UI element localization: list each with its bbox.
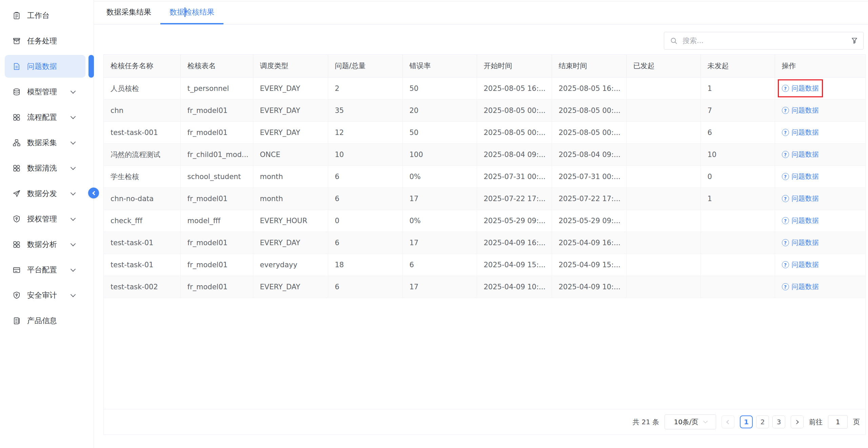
cell-action: ?问题数据 (775, 121, 865, 143)
cell-not_initiated: 10 (701, 143, 775, 165)
cell-end: 2025-08-05 00:... (552, 99, 626, 121)
column-header-1: 检核表名 (180, 55, 253, 77)
issue-data-link[interactable]: 问题数据 (792, 216, 819, 225)
issue-data-link[interactable]: 问题数据 (792, 150, 819, 159)
cell-name: 学生检核 (104, 165, 180, 188)
action-wrap: ?问题数据 (782, 172, 819, 181)
page-button-2[interactable]: 2 (756, 415, 769, 428)
issue-data-link[interactable]: 问题数据 (792, 128, 819, 137)
chevron-down-icon (71, 190, 76, 195)
grid-icon (12, 240, 21, 249)
cell-issues: 10 (328, 143, 402, 165)
cell-table: fr_model01 (180, 232, 253, 254)
sidebar-item-doclines[interactable]: 产品信息 (0, 308, 94, 333)
sidebar-item-database[interactable]: 模型管理 (0, 79, 94, 104)
issue-data-link[interactable]: 问题数据 (792, 106, 819, 115)
cell-not_initiated (701, 276, 775, 298)
cell-error_rate: 17 (402, 276, 477, 298)
chevron-down-icon (703, 419, 708, 423)
cell-action: ?问题数据 (775, 77, 865, 99)
search-input[interactable] (682, 36, 846, 45)
goto-page-input[interactable] (828, 415, 848, 429)
question-circle-icon: ? (782, 85, 789, 92)
sidebar-item-grid[interactable]: 流程配置 (0, 104, 94, 130)
cell-not_initiated: 1 (701, 77, 775, 99)
page-button-1[interactable]: 1 (740, 415, 753, 428)
tab-data-check-results[interactable]: 数据检核结果 (160, 0, 223, 24)
cell-initiated (626, 143, 701, 165)
next-page-button[interactable] (791, 415, 804, 428)
pagination: 共 21 条 10条/页 123 前往 页 (104, 409, 865, 434)
cell-issues: 12 (328, 121, 402, 143)
cell-issues: 0 (328, 210, 402, 232)
issue-data-link[interactable]: 问题数据 (792, 84, 819, 93)
cell-not_initiated: 6 (701, 121, 775, 143)
question-circle-icon: ? (782, 195, 789, 202)
issue-data-link[interactable]: 问题数据 (792, 260, 819, 269)
total-count: 共 21 条 (633, 417, 659, 427)
cell-issues: 6 (328, 165, 402, 188)
cell-action: ?问题数据 (775, 188, 865, 210)
chevron-down-icon (71, 241, 76, 246)
page-unit-label: 页 (853, 417, 860, 427)
cell-schedule: EVERY_DAY (253, 121, 328, 143)
sidebar-item-card[interactable]: 平台配置 (0, 257, 94, 283)
page-size-select[interactable]: 10条/页 (665, 414, 716, 429)
sidebar-item-inbox[interactable]: 任务处理 (0, 28, 94, 54)
sidebar-item-document[interactable]: 问题数据 (0, 54, 94, 79)
prev-page-button[interactable] (722, 415, 734, 428)
sidebar-item-grid[interactable]: 数据清洗 (0, 155, 94, 181)
sidebar-item-label: 数据采集 (27, 138, 57, 148)
cell-end: 2025-07-22 17:... (552, 188, 626, 210)
cell-table: fr_model01 (180, 276, 253, 298)
cell-error_rate: 100 (402, 143, 477, 165)
question-circle-icon: ? (782, 107, 789, 114)
column-header-4: 错误率 (402, 55, 477, 77)
chevron-down-icon (71, 114, 76, 119)
column-header-7: 已发起 (626, 55, 701, 77)
cell-name: check_fff (104, 210, 180, 232)
issue-data-link[interactable]: 问题数据 (792, 282, 819, 291)
sidebar-item-clipboard[interactable]: 工作台 (0, 3, 94, 28)
cell-issues: 6 (328, 188, 402, 210)
issue-data-link[interactable]: 问题数据 (792, 238, 819, 247)
cell-not_initiated: 1 (701, 188, 775, 210)
table-row: test-task-002fr_model01EVERY_DAY6172025-… (104, 276, 865, 298)
sidebar-item-sitemap[interactable]: 数据采集 (0, 130, 94, 155)
cell-initiated (626, 254, 701, 276)
cell-table: fr_model01 (180, 254, 253, 276)
sidebar-item-shield[interactable]: 安全审计 (0, 283, 94, 308)
card-icon (12, 266, 21, 274)
issue-data-link[interactable]: 问题数据 (792, 194, 819, 203)
question-circle-icon: ? (782, 129, 789, 136)
cell-schedule: EVERY_DAY (253, 276, 328, 298)
issue-data-link[interactable]: 问题数据 (792, 172, 819, 181)
results-table: 检核任务名称检核表名调度类型问题/总量错误率开始时间结束时间已发起未发起操作 人… (104, 55, 865, 298)
cell-end: 2025-08-05 16:... (552, 77, 626, 99)
tab-label: 数据检核结果 (170, 7, 214, 17)
sidebar-item-grid[interactable]: 数据分析 (0, 232, 94, 257)
sidebar-item-shield[interactable]: 授权管理 (0, 206, 94, 232)
column-header-8: 未发起 (701, 55, 775, 77)
sitemap-icon (12, 138, 21, 147)
action-wrap: ?问题数据 (782, 238, 819, 247)
cell-table: fr_model01 (180, 188, 253, 210)
filter-icon[interactable] (850, 37, 859, 45)
cell-table: fr_child01_mod... (180, 143, 253, 165)
question-circle-icon: ? (782, 261, 789, 268)
chevron-left-icon (726, 420, 731, 424)
sidebar-collapse-button[interactable] (88, 188, 99, 198)
sidebar-item-label: 授权管理 (27, 214, 57, 224)
grid-icon (12, 113, 21, 122)
main-content: 数据采集结果 数据检核结果 (94, 0, 868, 448)
cell-schedule: everydayy (253, 254, 328, 276)
column-header-0: 检核任务名称 (104, 55, 180, 77)
app: 工作台任务处理问题数据模型管理流程配置数据采集数据清洗数据分发授权管理数据分析平… (0, 0, 868, 448)
sidebar-item-send[interactable]: 数据分发 (0, 181, 94, 206)
page-button-3[interactable]: 3 (772, 415, 785, 428)
question-circle-icon: ? (782, 173, 789, 180)
sidebar-item-label: 任务处理 (27, 36, 57, 46)
question-circle-icon: ? (782, 217, 789, 224)
tab-data-collection-results[interactable]: 数据采集结果 (97, 0, 160, 24)
shield-icon (12, 291, 21, 300)
